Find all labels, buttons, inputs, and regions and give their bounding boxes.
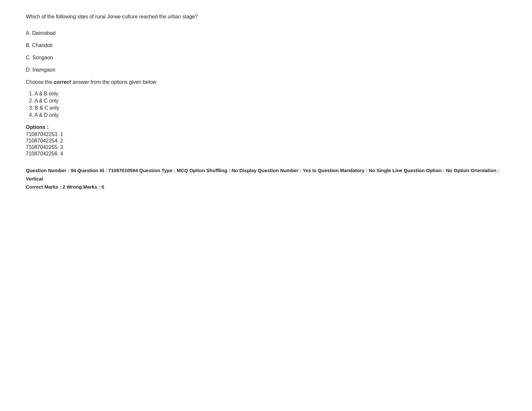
option-c-label: C. [26, 55, 32, 60]
ans-num-1: 1. [29, 91, 34, 96]
opt-num-4: 4 [60, 151, 63, 156]
opt-id-1: 71087042253. [26, 132, 59, 137]
opt-num-3: 3 [60, 144, 63, 150]
choose-prefix: Choose the [26, 79, 54, 85]
ans-num-2: 2. [29, 98, 34, 103]
question-text: Which of the following sites of rural Jo… [26, 13, 506, 21]
options-label: Options : [26, 124, 506, 130]
option-c: C. Songaon [26, 55, 506, 61]
answer-option-3: 3. B & C only [29, 105, 506, 111]
options-section: Options : 71087042253. 1 71087042254. 2 … [26, 124, 506, 157]
option-c-value: Songaon [32, 55, 53, 60]
option-id-2: 71087042254. 2 [26, 138, 506, 144]
question-container: Which of the following sites of rural Jo… [26, 13, 506, 191]
option-d: D. Inamgaon [26, 67, 506, 73]
choose-suffix: answer from the options given below [71, 79, 156, 85]
opt-id-2: 71087042254. [26, 138, 59, 143]
opt-id-4: 71087042256. [26, 151, 59, 156]
answer-options-list: 1. A & B only 2. A & C only 3. B & C onl… [26, 91, 506, 118]
answer-option-2: 2. A & C only [29, 98, 506, 104]
option-b: B. Chandoli [26, 43, 506, 48]
ans-text-2: A & C only [34, 98, 59, 103]
answer-option-1: 1. A & B only [29, 91, 506, 97]
metadata-line2: Correct Marks : 2 Wrong Marks : 0 [26, 183, 506, 191]
opt-num-1: 1 [60, 132, 63, 137]
option-a-value: Daimabad [32, 30, 56, 36]
option-d-value: Inamgaon [32, 67, 55, 73]
answer-option-4: 4. A & D only [29, 112, 506, 118]
options-list: A. Daimabad B. Chandoli C. Songaon D. In… [26, 30, 506, 73]
option-b-label: B. [26, 43, 32, 48]
opt-num-2: 2 [60, 138, 63, 143]
option-id-3: 71087042255. 3 [26, 144, 506, 150]
ans-num-3: 3. [29, 105, 35, 111]
ans-text-3: B & C only [35, 105, 59, 111]
choose-bold: correct [54, 79, 71, 85]
option-id-4: 71087042256. 4 [26, 151, 506, 157]
option-a: A. Daimabad [26, 30, 506, 36]
option-a-label: A. [26, 30, 32, 36]
option-d-label: D. [26, 67, 32, 73]
choose-instruction: Choose the correct answer from the optio… [26, 79, 506, 85]
option-b-value: Chandoli [32, 43, 53, 48]
metadata-line1: Question Number : 94 Question Id : 71087… [26, 166, 506, 183]
metadata-section: Question Number : 94 Question Id : 71087… [26, 166, 506, 191]
ans-num-4: 4. [29, 112, 34, 118]
option-id-1: 71087042253. 1 [26, 132, 506, 137]
ans-text-1: A & B only [34, 91, 58, 96]
ans-text-4: A & D only [34, 112, 59, 118]
opt-id-3: 71087042255. [26, 144, 59, 150]
